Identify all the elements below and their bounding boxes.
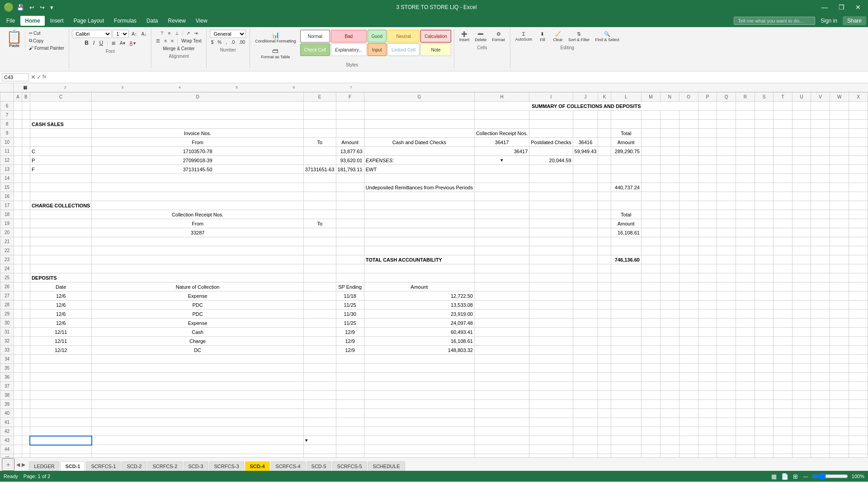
- cell-K40[interactable]: [598, 409, 611, 418]
- cell-K26[interactable]: [598, 282, 611, 291]
- cell-D32[interactable]: Charge: [92, 337, 303, 346]
- cell-M8[interactable]: [641, 120, 660, 129]
- cell-G34[interactable]: [364, 355, 474, 364]
- cell-N30[interactable]: [660, 319, 679, 328]
- cell-K33[interactable]: [598, 346, 611, 355]
- cell-A11[interactable]: [14, 147, 22, 156]
- cell-F43[interactable]: [336, 436, 364, 445]
- cell-J21[interactable]: [573, 237, 598, 246]
- menu-view[interactable]: View: [191, 16, 212, 26]
- cell-C21[interactable]: [30, 237, 92, 246]
- cell-P8[interactable]: [698, 120, 717, 129]
- sheet-tab-scrfcs1[interactable]: SCRFCS-1: [86, 461, 121, 471]
- cell-P42[interactable]: [698, 427, 717, 436]
- cell-T11[interactable]: [774, 147, 792, 156]
- cell-F20[interactable]: [336, 228, 364, 237]
- cell-E19[interactable]: To: [303, 219, 336, 228]
- cell-L8[interactable]: [611, 120, 641, 129]
- cell-K41[interactable]: [598, 418, 611, 427]
- col-header-U[interactable]: U: [792, 93, 811, 102]
- cell-X23[interactable]: [849, 255, 868, 264]
- cell-R8[interactable]: [736, 120, 755, 129]
- cell-K37[interactable]: [598, 382, 611, 391]
- cell-T25[interactable]: [774, 273, 792, 282]
- page-break-view-btn[interactable]: ⊞: [791, 472, 800, 481]
- col-header-K[interactable]: K: [598, 93, 611, 102]
- cell-N20[interactable]: [660, 228, 679, 237]
- cell-X33[interactable]: [849, 346, 868, 355]
- cell-G28[interactable]: 13,533.08: [364, 300, 474, 310]
- cell-T33[interactable]: [774, 346, 792, 355]
- cell-P20[interactable]: [698, 228, 717, 237]
- cell-A35[interactable]: [14, 364, 22, 373]
- cell-R36[interactable]: [736, 373, 755, 382]
- cell-E12[interactable]: [303, 156, 336, 165]
- cell-J16[interactable]: [573, 192, 598, 201]
- col-header-S[interactable]: S: [755, 93, 774, 102]
- cell-D26[interactable]: Nature of Collection: [92, 282, 303, 291]
- cell-C39[interactable]: [30, 400, 92, 409]
- cell-X13[interactable]: [849, 165, 868, 174]
- cell-T40[interactable]: [774, 409, 792, 418]
- cell-S20[interactable]: [755, 228, 774, 237]
- cell-H42[interactable]: [474, 427, 529, 436]
- cell-R27[interactable]: [736, 291, 755, 300]
- cell-N18[interactable]: [660, 210, 679, 219]
- cell-O24[interactable]: [679, 264, 698, 273]
- cell-W22[interactable]: [830, 246, 849, 255]
- cell-I32[interactable]: [529, 337, 573, 346]
- cell-J27[interactable]: [573, 291, 598, 300]
- cell-G15[interactable]: Undeposited Remittances from Previous Pe…: [364, 183, 474, 192]
- cell-S45[interactable]: [755, 454, 774, 458]
- cell-I23[interactable]: [529, 255, 573, 264]
- share-btn[interactable]: Share: [843, 16, 866, 25]
- cell-V15[interactable]: [811, 183, 830, 192]
- cell-M44[interactable]: [641, 445, 660, 454]
- cell-G36[interactable]: [364, 373, 474, 382]
- cell-P33[interactable]: [698, 346, 717, 355]
- cell-B21[interactable]: [22, 237, 30, 246]
- cell-F8[interactable]: [336, 120, 364, 129]
- cell-S33[interactable]: [755, 346, 774, 355]
- cell-G33[interactable]: 148,803.32: [364, 346, 474, 355]
- cell-G25[interactable]: [364, 273, 474, 282]
- cell-R10[interactable]: [736, 138, 755, 147]
- cell-B34[interactable]: [22, 355, 30, 364]
- cell-V11[interactable]: [811, 147, 830, 156]
- cell-S18[interactable]: [755, 210, 774, 219]
- cell-R9[interactable]: [736, 129, 755, 138]
- sheet-tab-ledger[interactable]: LEDGER: [29, 461, 59, 471]
- row-header-8[interactable]: 8: [0, 120, 14, 129]
- cell-J35[interactable]: [573, 364, 598, 373]
- cell-H14[interactable]: [474, 174, 529, 183]
- cell-I29[interactable]: [529, 310, 573, 319]
- cell-I45[interactable]: [529, 454, 573, 458]
- cell-V37[interactable]: [811, 382, 830, 391]
- cell-U13[interactable]: [792, 165, 811, 174]
- cell-I38[interactable]: [529, 391, 573, 400]
- cell-W6[interactable]: [830, 102, 849, 111]
- cell-B13[interactable]: [22, 165, 30, 174]
- cell-A41[interactable]: [14, 418, 22, 427]
- align-left-btn[interactable]: ☰: [154, 38, 162, 44]
- cell-G19[interactable]: [364, 219, 474, 228]
- row-header-41[interactable]: 41: [0, 418, 14, 427]
- cell-E26[interactable]: [303, 282, 336, 291]
- sign-in-btn[interactable]: Sign in: [816, 16, 842, 26]
- cell-B16[interactable]: [22, 192, 30, 201]
- cell-P29[interactable]: [698, 310, 717, 319]
- cell-H36[interactable]: [474, 373, 529, 382]
- cell-J28[interactable]: [573, 300, 598, 310]
- cell-C12[interactable]: P: [30, 156, 92, 165]
- cell-I12[interactable]: 20,044.59: [529, 156, 573, 165]
- col-header-W[interactable]: W: [830, 93, 849, 102]
- cell-B39[interactable]: [22, 400, 30, 409]
- cell-B9[interactable]: [22, 129, 30, 138]
- cell-N42[interactable]: [660, 427, 679, 436]
- cell-K11[interactable]: [598, 147, 611, 156]
- cell-E45[interactable]: [303, 454, 336, 458]
- cell-S36[interactable]: [755, 373, 774, 382]
- cell-F34[interactable]: [336, 355, 364, 364]
- cell-M28[interactable]: [641, 300, 660, 310]
- cell-G39[interactable]: [364, 400, 474, 409]
